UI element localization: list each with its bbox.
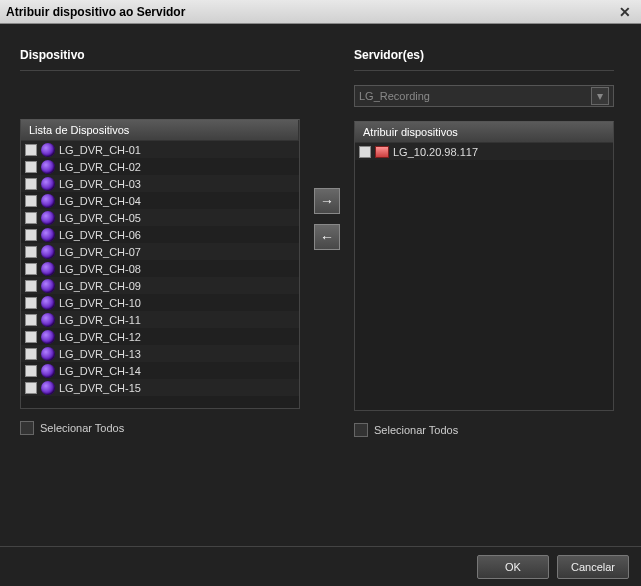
checkbox-icon[interactable] <box>25 348 37 360</box>
dialog-body: Dispositivo Lista de Dispositivos LG_DVR… <box>0 24 641 546</box>
device-panel: Dispositivo Lista de Dispositivos LG_DVR… <box>20 48 300 435</box>
checkbox-icon[interactable] <box>25 314 37 326</box>
checkbox-icon[interactable] <box>25 263 37 275</box>
camera-icon <box>41 330 55 344</box>
device-select-all[interactable]: Selecionar Todos <box>20 421 300 435</box>
device-item-label: LG_DVR_CH-08 <box>59 263 141 275</box>
device-select-all-label: Selecionar Todos <box>40 422 124 434</box>
list-item[interactable]: LG_DVR_CH-14 <box>21 362 299 379</box>
server-panel-title: Servidor(es) <box>354 48 614 71</box>
device-listbox: Lista de Dispositivos LG_DVR_CH-01LG_DVR… <box>20 119 300 409</box>
checkbox-icon[interactable] <box>25 246 37 258</box>
server-icon <box>375 146 389 158</box>
list-item[interactable]: LG_DVR_CH-15 <box>21 379 299 396</box>
list-item[interactable]: LG_DVR_CH-04 <box>21 192 299 209</box>
list-item[interactable]: LG_DVR_CH-02 <box>21 158 299 175</box>
server-dropdown-value: LG_Recording <box>359 90 591 102</box>
camera-icon <box>41 194 55 208</box>
list-item[interactable]: LG_DVR_CH-10 <box>21 294 299 311</box>
camera-icon <box>41 177 55 191</box>
cancel-button-label: Cancelar <box>571 561 615 573</box>
camera-icon <box>41 347 55 361</box>
window-title: Atribuir dispositivo ao Servidor <box>6 5 615 19</box>
device-item-label: LG_DVR_CH-12 <box>59 331 141 343</box>
ok-button[interactable]: OK <box>477 555 549 579</box>
list-item[interactable]: LG_DVR_CH-08 <box>21 260 299 277</box>
server-dropdown[interactable]: LG_Recording ▾ <box>354 85 614 107</box>
checkbox-icon[interactable] <box>354 423 368 437</box>
camera-icon <box>41 160 55 174</box>
list-item[interactable]: LG_DVR_CH-11 <box>21 311 299 328</box>
device-list-header[interactable]: Lista de Dispositivos <box>21 120 299 141</box>
camera-icon <box>41 228 55 242</box>
list-item[interactable]: LG_DVR_CH-03 <box>21 175 299 192</box>
chevron-down-icon[interactable]: ▾ <box>591 87 609 105</box>
device-item-label: LG_DVR_CH-13 <box>59 348 141 360</box>
arrow-left-icon: ← <box>320 229 334 245</box>
camera-icon <box>41 211 55 225</box>
device-item-label: LG_DVR_CH-06 <box>59 229 141 241</box>
list-item[interactable]: LG_DVR_CH-05 <box>21 209 299 226</box>
list-item[interactable]: LG_DVR_CH-13 <box>21 345 299 362</box>
checkbox-icon[interactable] <box>25 161 37 173</box>
device-item-label: LG_DVR_CH-10 <box>59 297 141 309</box>
dialog-window: Atribuir dispositivo ao Servidor ✕ Dispo… <box>0 0 641 586</box>
list-item[interactable]: LG_DVR_CH-07 <box>21 243 299 260</box>
server-item-label: LG_10.20.98.117 <box>393 146 478 158</box>
camera-icon <box>41 262 55 276</box>
server-select-all[interactable]: Selecionar Todos <box>354 423 614 437</box>
dialog-footer: OK Cancelar <box>0 546 641 586</box>
checkbox-icon[interactable] <box>25 280 37 292</box>
checkbox-icon[interactable] <box>25 365 37 377</box>
list-item[interactable]: LG_DVR_CH-06 <box>21 226 299 243</box>
server-panel: Servidor(es) LG_Recording ▾ Atribuir dis… <box>354 48 614 437</box>
titlebar[interactable]: Atribuir dispositivo ao Servidor ✕ <box>0 0 641 24</box>
checkbox-icon[interactable] <box>25 297 37 309</box>
camera-icon <box>41 364 55 378</box>
checkbox-icon[interactable] <box>25 144 37 156</box>
checkbox-icon[interactable] <box>25 178 37 190</box>
device-item-label: LG_DVR_CH-04 <box>59 195 141 207</box>
close-icon[interactable]: ✕ <box>615 4 635 20</box>
arrow-right-icon: → <box>320 193 334 209</box>
assign-listbox: Atribuir dispositivos LG_10.20.98.117 <box>354 121 614 411</box>
list-item[interactable]: LG_DVR_CH-09 <box>21 277 299 294</box>
camera-icon <box>41 313 55 327</box>
checkbox-icon[interactable] <box>20 421 34 435</box>
server-select-all-label: Selecionar Todos <box>374 424 458 436</box>
move-right-button[interactable]: → <box>314 188 340 214</box>
device-panel-title: Dispositivo <box>20 48 300 71</box>
device-item-label: LG_DVR_CH-15 <box>59 382 141 394</box>
camera-icon <box>41 279 55 293</box>
checkbox-icon[interactable] <box>25 331 37 343</box>
checkbox-icon[interactable] <box>25 229 37 241</box>
panels-container: Dispositivo Lista de Dispositivos LG_DVR… <box>20 48 621 536</box>
camera-icon <box>41 143 55 157</box>
device-list-body[interactable]: LG_DVR_CH-01LG_DVR_CH-02LG_DVR_CH-03LG_D… <box>21 141 299 408</box>
assign-list-header-label: Atribuir dispositivos <box>363 126 458 138</box>
device-item-label: LG_DVR_CH-07 <box>59 246 141 258</box>
checkbox-icon[interactable] <box>359 146 371 158</box>
list-item[interactable]: LG_DVR_CH-01 <box>21 141 299 158</box>
checkbox-icon[interactable] <box>25 212 37 224</box>
camera-icon <box>41 296 55 310</box>
assign-list-body[interactable]: LG_10.20.98.117 <box>355 143 613 410</box>
assign-list-header[interactable]: Atribuir dispositivos <box>355 122 613 143</box>
device-list-header-label: Lista de Dispositivos <box>29 124 129 136</box>
list-item[interactable]: LG_DVR_CH-12 <box>21 328 299 345</box>
device-item-label: LG_DVR_CH-05 <box>59 212 141 224</box>
ok-button-label: OK <box>505 561 521 573</box>
checkbox-icon[interactable] <box>25 382 37 394</box>
device-item-label: LG_DVR_CH-11 <box>59 314 141 326</box>
device-item-label: LG_DVR_CH-01 <box>59 144 141 156</box>
camera-icon <box>41 245 55 259</box>
camera-icon <box>41 381 55 395</box>
device-item-label: LG_DVR_CH-02 <box>59 161 141 173</box>
list-item[interactable]: LG_10.20.98.117 <box>355 143 613 160</box>
device-item-label: LG_DVR_CH-14 <box>59 365 141 377</box>
cancel-button[interactable]: Cancelar <box>557 555 629 579</box>
move-left-button[interactable]: ← <box>314 224 340 250</box>
device-item-label: LG_DVR_CH-09 <box>59 280 141 292</box>
checkbox-icon[interactable] <box>25 195 37 207</box>
device-item-label: LG_DVR_CH-03 <box>59 178 141 190</box>
